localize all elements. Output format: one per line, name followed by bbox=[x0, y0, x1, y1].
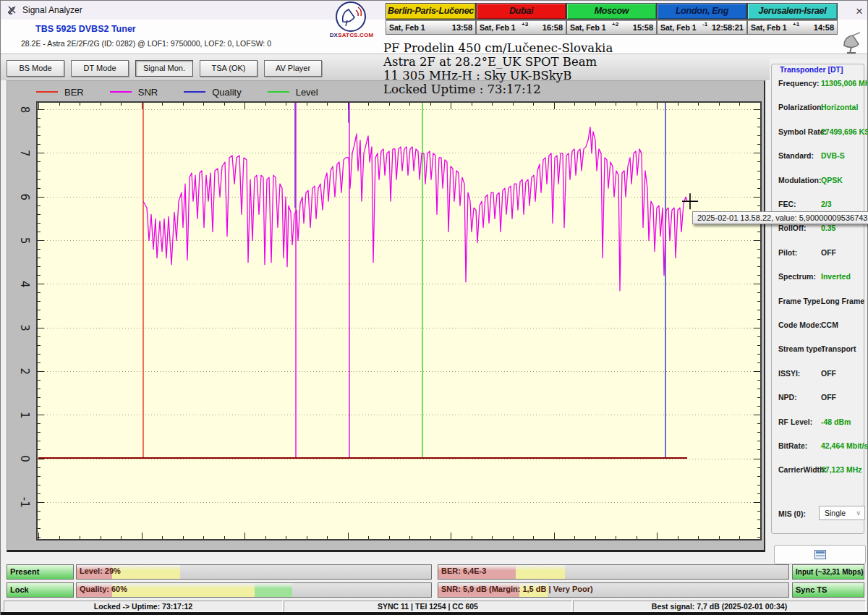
clock-city: Berlin-Paris-Lučenec bbox=[386, 3, 476, 20]
y-tick-label: 0 bbox=[18, 455, 31, 462]
field-label: Frame Type: bbox=[778, 297, 823, 305]
transponder-row: Standard:DVB-S bbox=[772, 151, 868, 161]
field-value: QPSK bbox=[821, 176, 843, 184]
present-indicator: Present bbox=[7, 564, 74, 580]
annotation-line-4: Locked Uptime : 73:17:12 bbox=[383, 82, 613, 96]
field-value: 42,464 Mbit/s bbox=[821, 441, 868, 450]
transponder-row: CarrierWidth:37,123 MHz bbox=[772, 465, 868, 475]
y-tick-label: 3 bbox=[18, 324, 31, 331]
y-tick-label: -1 bbox=[18, 497, 31, 508]
tab-signal-mon-[interactable]: Signal Mon. bbox=[135, 60, 193, 77]
transponder-groupbox: Transponder [DT] Frequency:11305,006 MHz… bbox=[771, 64, 864, 534]
field-value: -48 dBm bbox=[821, 417, 851, 426]
transponder-row: Spectrum:Inverted bbox=[772, 272, 868, 282]
clock-city: London, Eng bbox=[657, 3, 747, 20]
field-value: OFF bbox=[821, 248, 836, 257]
transponder-row: Frame Type:Long Frame bbox=[772, 297, 868, 307]
signal-chart[interactable]: 876543210-1 bbox=[7, 80, 765, 552]
quality-label: Quality: 60% bbox=[80, 585, 127, 593]
clock-time-row: Sat, Feb 1+114:58 bbox=[747, 20, 838, 35]
tab-bs-mode[interactable]: BS Mode bbox=[7, 60, 64, 77]
clock-date: Sat, Feb 1 bbox=[660, 23, 697, 32]
world-clocks: Berlin-Paris-LučenecSat, Feb 113:58Dubai… bbox=[386, 3, 838, 35]
mis-select[interactable]: Single ∨ bbox=[819, 506, 865, 520]
field-value: OFF bbox=[821, 369, 836, 378]
clock-time: 15:58 bbox=[633, 23, 653, 32]
field-value: 2/3 bbox=[821, 200, 832, 208]
annotation-overlay: PF Prodelin 450 cm/Lučenec-Slovakia Astr… bbox=[383, 41, 613, 96]
annotation-line-2: Astra 2F at 28.2°E_UK SPOT Beam bbox=[383, 55, 613, 69]
statusbar-sync-counters: SYNC 11 | TEI 1254 | CC 605 bbox=[284, 601, 572, 612]
field-label: Symbol Rate: bbox=[778, 127, 827, 136]
field-value: Inverted bbox=[821, 272, 851, 281]
clock-time-row: Sat, Feb 1+215:58 bbox=[566, 20, 657, 35]
transponder-row: BitRate:42,464 Mbit/s bbox=[772, 441, 868, 451]
field-label: BitRate: bbox=[778, 441, 807, 450]
transponder-row: Pilot:OFF bbox=[772, 248, 868, 258]
tab-row: BS ModeDT ModeSignal Mon.TSA (OK)AV Play… bbox=[7, 60, 322, 77]
field-value: 0.35 bbox=[821, 224, 835, 232]
field-label: RF Level: bbox=[778, 417, 812, 426]
y-tick-label: 1 bbox=[18, 412, 31, 419]
clock-time-row: Sat, Feb 113:58 bbox=[386, 20, 476, 35]
clock-time: 12:58:21 bbox=[712, 23, 744, 32]
field-value: 11305,006 MHz bbox=[821, 79, 868, 88]
y-tick-label: 7 bbox=[18, 150, 31, 157]
snr-label: SNR: 5,9 dB (Margin: 1,5 dB | Very Poor) bbox=[441, 585, 593, 593]
statusbar-best-signal: Best signal: 7,7 dB (2025-02-01 00:34) bbox=[573, 601, 866, 612]
transponder-row: FEC:2/3 bbox=[772, 200, 868, 210]
transponder-row: ISSYI:OFF bbox=[772, 369, 868, 379]
status-bar: Locked -> Uptime: 73:17:12 SYNC 11 | TEI… bbox=[1, 601, 868, 613]
snr-progress-bar: SNR: 5,9 dB (Margin: 1,5 dB | Very Poor) bbox=[438, 582, 789, 598]
field-label: Modulation: bbox=[778, 176, 821, 184]
field-label: Standard: bbox=[778, 151, 814, 160]
field-label: CarrierWidth: bbox=[778, 465, 827, 474]
quality-segment bbox=[255, 583, 292, 597]
ber-progress-bar: BER: 6,4E-3 bbox=[438, 564, 789, 580]
transponder-panel: Transponder [DT] Frequency:11305,006 MHz… bbox=[770, 59, 867, 552]
clock-1: Berlin-Paris-LučenecSat, Feb 113:58 bbox=[386, 3, 476, 35]
clock-date: Sat, Feb 1 bbox=[389, 23, 425, 32]
clock-date: Sat, Feb 1 bbox=[751, 23, 787, 32]
mis-value: Single bbox=[825, 509, 846, 517]
field-label: NPD: bbox=[778, 393, 797, 402]
dxsatcs-logo: DXSATCS.COM bbox=[326, 1, 378, 40]
clock-5: Jerusalem-IsraelSat, Feb 1+114:58 bbox=[747, 3, 838, 35]
clock-city: Dubai bbox=[476, 3, 566, 20]
field-label: Spectrum: bbox=[778, 272, 816, 281]
chart-tooltip: 2025-02-01 13.58.22, value: 5,9000000953… bbox=[692, 211, 868, 224]
input-indicator: Input (~32,31 Mbps) bbox=[792, 564, 864, 580]
clock-city: Moscow bbox=[566, 3, 657, 20]
spare-box bbox=[774, 545, 866, 564]
y-tick-label: 6 bbox=[18, 193, 31, 200]
tab-dt-mode[interactable]: DT Mode bbox=[71, 60, 129, 77]
field-label: Code Mode: bbox=[778, 321, 822, 329]
clock-time: 16:58 bbox=[542, 23, 563, 32]
ber-label: BER: 6,4E-3 bbox=[441, 567, 486, 575]
tab-tsa-ok-[interactable]: TSA (OK) bbox=[200, 60, 258, 77]
sync-ts-indicator: Sync TS bbox=[792, 582, 864, 598]
y-tick-label: 5 bbox=[18, 237, 31, 245]
clock-utc-offset: +3 bbox=[522, 21, 528, 27]
tab-av-player[interactable]: AV Player bbox=[264, 60, 322, 77]
logo-text: DXSATCS.COM bbox=[326, 32, 378, 38]
field-value: Long Frame bbox=[821, 297, 864, 305]
transponder-row: RF Level:-48 dBm bbox=[772, 417, 868, 428]
field-label: FEC: bbox=[778, 200, 796, 208]
clock-time-row: Sat, Feb 1-112:58:21 bbox=[657, 20, 747, 35]
clock-date: Sat, Feb 1 bbox=[480, 23, 516, 32]
mis-label: MIS (0): bbox=[778, 509, 806, 518]
logo-circle bbox=[336, 1, 366, 32]
close-icon[interactable]: × bbox=[851, 4, 867, 20]
field-label: ISSYI: bbox=[778, 369, 800, 378]
field-value: DVB-S bbox=[821, 151, 845, 160]
transponder-title: Transponder [DT] bbox=[778, 65, 846, 74]
level-progress-bar: Level: 29% bbox=[76, 564, 432, 580]
quality-progress-bar: Quality: 60% bbox=[76, 582, 432, 598]
clock-utc-offset: +1 bbox=[793, 21, 799, 27]
clock-date: Sat, Feb 1 bbox=[570, 23, 606, 32]
transponder-row: Modulation:QPSK bbox=[772, 176, 868, 186]
statusbar-lock-uptime: Locked -> Uptime: 73:17:12 bbox=[4, 601, 283, 612]
field-label: Pilot: bbox=[778, 248, 797, 257]
tuner-info: 28.2E - Astra 2E/2F/2G (ID: 0282) @ LOF1… bbox=[21, 39, 271, 48]
